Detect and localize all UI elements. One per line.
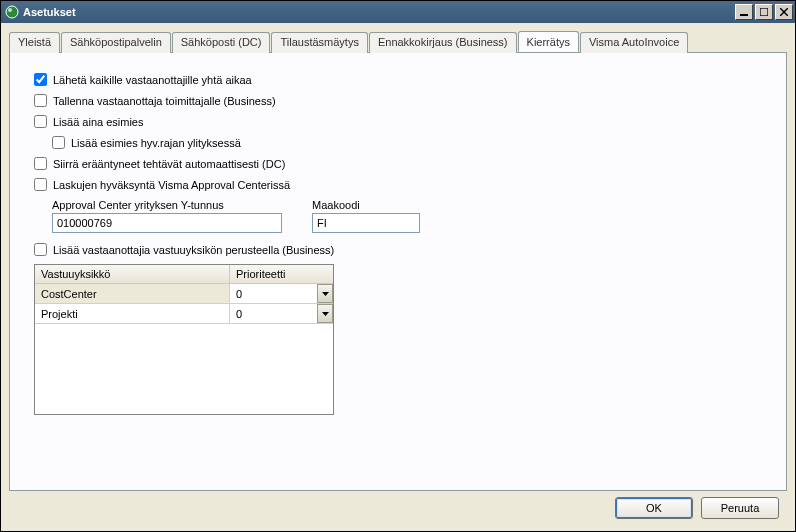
input-ytunnus[interactable] (52, 213, 282, 233)
checkbox-add-by-cost-unit[interactable] (34, 243, 47, 256)
tabpanel-circulation: Lähetä kaikille vastaanottajille yhtä ai… (9, 52, 787, 491)
grid-cell-priority[interactable]: 0 (230, 284, 333, 303)
tab-autoinvoice[interactable]: Visma AutoInvoice (580, 32, 688, 53)
label-add-by-cost-unit: Lisää vastaanottajia vastuuyksikön perus… (53, 244, 334, 256)
tab-prebooking[interactable]: Ennakkokirjaus (Business) (369, 32, 517, 53)
grid-col-priority[interactable]: Prioriteetti (230, 265, 333, 283)
tab-general[interactable]: Yleistä (9, 32, 60, 53)
label-add-supervisor-limit: Lisää esimies hyv.rajan ylityksessä (71, 137, 241, 149)
tab-order-match[interactable]: Tilaustäsmäytys (271, 32, 367, 53)
svg-point-1 (8, 8, 12, 12)
window-buttons (735, 4, 793, 20)
checkbox-approval-center[interactable] (34, 178, 47, 191)
dialog-footer: OK Peruuta (9, 491, 787, 525)
input-maakoodi[interactable] (312, 213, 420, 233)
cancel-button[interactable]: Peruuta (701, 497, 779, 519)
grid-cell-name[interactable]: CostCenter (35, 284, 230, 303)
tabstrip: Yleistä Sähköpostipalvelin Sähköposti (D… (9, 31, 787, 52)
titlebar: Asetukset (1, 1, 795, 23)
window-title: Asetukset (23, 6, 735, 18)
grid-cell-name[interactable]: Projekti (35, 304, 230, 323)
checkbox-add-supervisor-limit[interactable] (52, 136, 65, 149)
grid-row[interactable]: CostCenter 0 (35, 284, 333, 304)
checkbox-send-all[interactable] (34, 73, 47, 86)
ok-button[interactable]: OK (615, 497, 693, 519)
svg-rect-2 (740, 14, 748, 16)
grid-cell-priority-value: 0 (236, 288, 242, 300)
checkbox-move-overdue[interactable] (34, 157, 47, 170)
priority-grid: Vastuuyksikkö Prioriteetti CostCenter 0 (34, 264, 334, 415)
settings-window: Asetukset Yleistä Sähköpostipalvelin Säh… (0, 0, 796, 532)
minimize-button[interactable] (735, 4, 753, 20)
app-icon (5, 5, 19, 19)
grid-cell-priority[interactable]: 0 (230, 304, 333, 323)
checkbox-add-supervisor[interactable] (34, 115, 47, 128)
label-approval-center: Laskujen hyväksyntä Visma Approval Cente… (53, 179, 290, 191)
content-area: Yleistä Sähköpostipalvelin Sähköposti (D… (1, 23, 795, 531)
svg-marker-6 (322, 292, 329, 296)
tab-mail-dc[interactable]: Sähköposti (DC) (172, 32, 271, 53)
grid-header: Vastuuyksikkö Prioriteetti (35, 265, 333, 284)
svg-point-0 (6, 6, 18, 18)
label-save-recipient: Tallenna vastaanottaja toimittajalle (Bu… (53, 95, 276, 107)
grid-body: CostCenter 0 Projekti 0 (35, 284, 333, 414)
maximize-button[interactable] (755, 4, 773, 20)
label-add-supervisor: Lisää aina esimies (53, 116, 144, 128)
close-button[interactable] (775, 4, 793, 20)
dropdown-button[interactable] (317, 284, 333, 303)
label-ytunnus: Approval Center yrityksen Y-tunnus (52, 199, 282, 211)
label-maakoodi: Maakoodi (312, 199, 420, 211)
tab-mailserver[interactable]: Sähköpostipalvelin (61, 32, 171, 53)
grid-col-responsibility[interactable]: Vastuuyksikkö (35, 265, 230, 283)
svg-rect-3 (760, 8, 768, 16)
dropdown-button[interactable] (317, 304, 333, 323)
label-send-all: Lähetä kaikille vastaanottajille yhtä ai… (53, 74, 252, 86)
tab-circulation[interactable]: Kierrätys (518, 31, 579, 52)
label-move-overdue: Siirrä erääntyneet tehtävät automaattise… (53, 158, 285, 170)
grid-row[interactable]: Projekti 0 (35, 304, 333, 324)
svg-marker-7 (322, 312, 329, 316)
checkbox-save-recipient[interactable] (34, 94, 47, 107)
grid-cell-priority-value: 0 (236, 308, 242, 320)
